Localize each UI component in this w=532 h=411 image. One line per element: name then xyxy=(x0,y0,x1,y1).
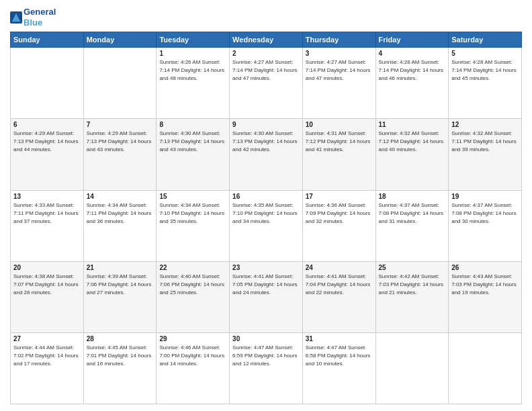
day-info: Sunrise: 4:30 AM Sunset: 7:13 PM Dayligh… xyxy=(159,130,226,154)
calendar-cell: 23Sunrise: 4:41 AM Sunset: 7:05 PM Dayli… xyxy=(230,261,303,332)
weekday-header-tuesday: Tuesday xyxy=(157,32,230,48)
day-info: Sunrise: 4:27 AM Sunset: 7:14 PM Dayligh… xyxy=(306,58,373,83)
day-number: 30 xyxy=(232,335,300,342)
calendar-cell xyxy=(11,48,84,119)
calendar-week-3: 13Sunrise: 4:33 AM Sunset: 7:11 PM Dayli… xyxy=(11,190,522,261)
day-info: Sunrise: 4:45 AM Sunset: 7:01 PM Dayligh… xyxy=(87,344,154,368)
day-number: 29 xyxy=(159,335,226,342)
day-number: 2 xyxy=(232,50,300,57)
calendar-cell: 30Sunrise: 4:47 AM Sunset: 6:59 PM Dayli… xyxy=(230,332,303,404)
day-number: 18 xyxy=(379,193,446,200)
day-number: 16 xyxy=(232,193,300,200)
calendar-cell: 16Sunrise: 4:35 AM Sunset: 7:10 PM Dayli… xyxy=(230,190,303,261)
day-number: 27 xyxy=(13,335,81,342)
calendar-cell: 21Sunrise: 4:39 AM Sunset: 7:06 PM Dayli… xyxy=(83,261,157,332)
calendar-cell: 15Sunrise: 4:34 AM Sunset: 7:10 PM Dayli… xyxy=(157,190,230,261)
day-number: 31 xyxy=(306,335,373,342)
calendar-cell: 5Sunrise: 4:28 AM Sunset: 7:14 PM Daylig… xyxy=(449,48,522,119)
day-number: 23 xyxy=(232,264,300,271)
day-number: 4 xyxy=(379,50,446,57)
calendar-cell: 8Sunrise: 4:30 AM Sunset: 7:13 PM Daylig… xyxy=(157,119,230,190)
day-info: Sunrise: 4:37 AM Sunset: 7:08 PM Dayligh… xyxy=(451,201,519,226)
weekday-header-monday: Monday xyxy=(83,32,157,48)
day-info: Sunrise: 4:28 AM Sunset: 7:14 PM Dayligh… xyxy=(451,58,519,83)
calendar-cell: 12Sunrise: 4:32 AM Sunset: 7:11 PM Dayli… xyxy=(449,119,522,190)
weekday-header-thursday: Thursday xyxy=(302,32,375,48)
calendar-cell: 10Sunrise: 4:31 AM Sunset: 7:12 PM Dayli… xyxy=(302,119,375,190)
day-number: 26 xyxy=(451,264,519,271)
day-info: Sunrise: 4:28 AM Sunset: 7:14 PM Dayligh… xyxy=(379,58,446,83)
day-number: 28 xyxy=(87,335,154,342)
day-number: 10 xyxy=(306,121,373,128)
day-number: 8 xyxy=(159,121,226,128)
day-number: 3 xyxy=(306,50,373,57)
day-number: 5 xyxy=(451,50,519,57)
calendar-cell: 11Sunrise: 4:32 AM Sunset: 7:12 PM Dayli… xyxy=(375,119,449,190)
calendar-cell: 17Sunrise: 4:36 AM Sunset: 7:09 PM Dayli… xyxy=(302,190,375,261)
day-number: 24 xyxy=(306,264,373,271)
calendar-cell: 4Sunrise: 4:28 AM Sunset: 7:14 PM Daylig… xyxy=(375,48,449,119)
day-info: Sunrise: 4:33 AM Sunset: 7:11 PM Dayligh… xyxy=(13,201,81,226)
calendar-cell: 2Sunrise: 4:27 AM Sunset: 7:14 PM Daylig… xyxy=(230,48,303,119)
calendar-cell: 24Sunrise: 4:41 AM Sunset: 7:04 PM Dayli… xyxy=(302,261,375,332)
day-info: Sunrise: 4:32 AM Sunset: 7:11 PM Dayligh… xyxy=(451,130,519,154)
calendar-cell: 22Sunrise: 4:40 AM Sunset: 7:06 PM Dayli… xyxy=(157,261,230,332)
calendar-cell: 3Sunrise: 4:27 AM Sunset: 7:14 PM Daylig… xyxy=(302,48,375,119)
day-info: Sunrise: 4:30 AM Sunset: 7:13 PM Dayligh… xyxy=(232,130,300,154)
day-number: 14 xyxy=(87,193,154,200)
day-info: Sunrise: 4:46 AM Sunset: 7:00 PM Dayligh… xyxy=(159,344,226,368)
logo: General Blue xyxy=(10,7,56,28)
calendar-cell: 29Sunrise: 4:46 AM Sunset: 7:00 PM Dayli… xyxy=(157,332,230,404)
day-info: Sunrise: 4:35 AM Sunset: 7:10 PM Dayligh… xyxy=(232,201,300,226)
day-info: Sunrise: 4:34 AM Sunset: 7:10 PM Dayligh… xyxy=(159,201,226,226)
day-info: Sunrise: 4:42 AM Sunset: 7:03 PM Dayligh… xyxy=(379,273,446,297)
calendar-cell: 25Sunrise: 4:42 AM Sunset: 7:03 PM Dayli… xyxy=(375,261,449,332)
weekday-header-saturday: Saturday xyxy=(449,32,522,48)
calendar-cell xyxy=(449,332,522,404)
weekday-header-friday: Friday xyxy=(375,32,449,48)
day-info: Sunrise: 4:27 AM Sunset: 7:14 PM Dayligh… xyxy=(232,58,300,83)
calendar-cell: 28Sunrise: 4:45 AM Sunset: 7:01 PM Dayli… xyxy=(83,332,157,404)
day-info: Sunrise: 4:43 AM Sunset: 7:03 PM Dayligh… xyxy=(451,273,519,297)
day-info: Sunrise: 4:41 AM Sunset: 7:05 PM Dayligh… xyxy=(232,273,300,297)
calendar-cell: 20Sunrise: 4:38 AM Sunset: 7:07 PM Dayli… xyxy=(11,261,84,332)
day-number: 20 xyxy=(13,264,81,271)
calendar-week-2: 6Sunrise: 4:29 AM Sunset: 7:13 PM Daylig… xyxy=(11,119,522,190)
day-number: 11 xyxy=(379,121,446,128)
calendar-cell: 27Sunrise: 4:44 AM Sunset: 7:02 PM Dayli… xyxy=(11,332,84,404)
day-info: Sunrise: 4:40 AM Sunset: 7:06 PM Dayligh… xyxy=(159,273,226,297)
day-number: 13 xyxy=(13,193,81,200)
day-info: Sunrise: 4:37 AM Sunset: 7:08 PM Dayligh… xyxy=(379,201,446,226)
day-info: Sunrise: 4:26 AM Sunset: 7:14 PM Dayligh… xyxy=(159,58,226,83)
calendar-table: SundayMondayTuesdayWednesdayThursdayFrid… xyxy=(10,32,522,404)
day-info: Sunrise: 4:34 AM Sunset: 7:11 PM Dayligh… xyxy=(87,201,154,226)
calendar-cell: 14Sunrise: 4:34 AM Sunset: 7:11 PM Dayli… xyxy=(83,190,157,261)
day-info: Sunrise: 4:41 AM Sunset: 7:04 PM Dayligh… xyxy=(306,273,373,297)
calendar-week-5: 27Sunrise: 4:44 AM Sunset: 7:02 PM Dayli… xyxy=(11,332,522,404)
calendar-cell xyxy=(375,332,449,404)
calendar-cell xyxy=(83,48,157,119)
day-info: Sunrise: 4:31 AM Sunset: 7:12 PM Dayligh… xyxy=(306,130,373,154)
day-number: 15 xyxy=(159,193,226,200)
calendar-cell: 7Sunrise: 4:29 AM Sunset: 7:13 PM Daylig… xyxy=(83,119,157,190)
day-number: 9 xyxy=(232,121,300,128)
day-number: 19 xyxy=(451,193,519,200)
calendar-cell: 19Sunrise: 4:37 AM Sunset: 7:08 PM Dayli… xyxy=(449,190,522,261)
day-info: Sunrise: 4:32 AM Sunset: 7:12 PM Dayligh… xyxy=(379,130,446,154)
day-number: 25 xyxy=(379,264,446,271)
day-number: 1 xyxy=(159,50,226,57)
day-info: Sunrise: 4:47 AM Sunset: 6:58 PM Dayligh… xyxy=(306,344,373,368)
calendar-cell: 13Sunrise: 4:33 AM Sunset: 7:11 PM Dayli… xyxy=(11,190,84,261)
calendar-cell: 26Sunrise: 4:43 AM Sunset: 7:03 PM Dayli… xyxy=(449,261,522,332)
day-number: 21 xyxy=(87,264,154,271)
logo-text: General Blue xyxy=(24,7,56,28)
day-info: Sunrise: 4:47 AM Sunset: 6:59 PM Dayligh… xyxy=(232,344,300,368)
calendar-week-1: 1Sunrise: 4:26 AM Sunset: 7:14 PM Daylig… xyxy=(11,48,522,119)
day-info: Sunrise: 4:44 AM Sunset: 7:02 PM Dayligh… xyxy=(13,344,81,368)
day-number: 7 xyxy=(87,121,154,128)
day-number: 22 xyxy=(159,264,226,271)
day-info: Sunrise: 4:29 AM Sunset: 7:13 PM Dayligh… xyxy=(87,130,154,154)
calendar-cell: 31Sunrise: 4:47 AM Sunset: 6:58 PM Dayli… xyxy=(302,332,375,404)
calendar-cell: 1Sunrise: 4:26 AM Sunset: 7:14 PM Daylig… xyxy=(157,48,230,119)
calendar-cell: 6Sunrise: 4:29 AM Sunset: 7:13 PM Daylig… xyxy=(11,119,84,190)
